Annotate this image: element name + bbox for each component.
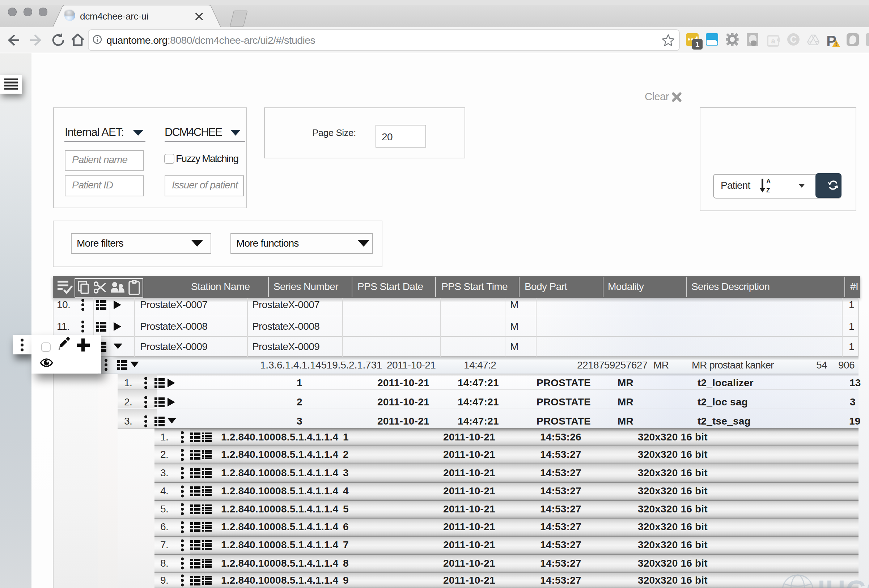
- svg-text:IHCO: IHCO: [818, 575, 869, 588]
- svg-text:A: A: [766, 178, 771, 185]
- svg-text:Z: Z: [766, 187, 770, 193]
